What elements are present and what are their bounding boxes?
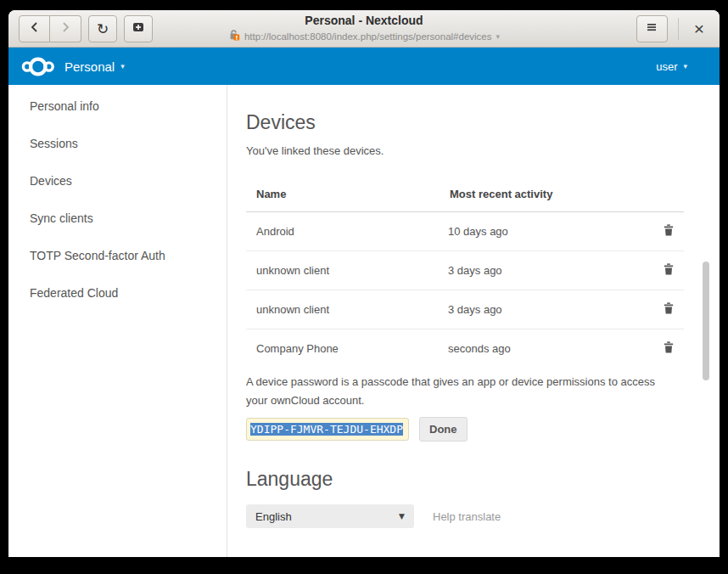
device-password-value: YDIPP-FJMVR-TEJDU-EHXDP [250, 423, 403, 436]
sidebar-item-devices[interactable]: Devices [8, 162, 227, 200]
device-activity: 10 days ago [440, 212, 628, 251]
device-name: unknown client [246, 251, 440, 290]
insecure-lock-icon [228, 29, 240, 44]
browser-window: ↻ Personal - Nextcloud [8, 10, 720, 557]
device-activity: seconds ago [440, 329, 628, 369]
user-menu-caret-icon: ▾ [683, 62, 687, 70]
table-row: unknown client 3 days ago [246, 251, 684, 290]
url-dropdown-caret-icon[interactable]: ▾ [496, 30, 501, 43]
table-row: Company Phone seconds ago [246, 329, 684, 369]
close-icon: × [694, 19, 704, 38]
back-button[interactable] [19, 15, 50, 42]
app-menu-caret-icon: ▾ [120, 62, 125, 70]
table-row: unknown client 3 days ago [246, 290, 684, 329]
new-tab-icon [132, 20, 145, 37]
sidebar-item-personal-info[interactable]: Personal info [8, 87, 227, 125]
language-selected-value: English [255, 510, 292, 523]
device-activity: 3 days ago [440, 251, 628, 290]
nextcloud-logo-icon[interactable] [20, 55, 56, 78]
reload-icon: ↻ [97, 20, 109, 37]
sidebar-item-federated-cloud[interactable]: Federated Cloud [8, 274, 227, 312]
titlebar-separator [678, 18, 679, 40]
close-button[interactable]: × [689, 20, 709, 37]
reload-button[interactable]: ↻ [88, 15, 117, 42]
app-menu[interactable]: Personal ▾ [64, 59, 125, 74]
user-menu-label: user [656, 60, 677, 73]
sidebar-item-sessions[interactable]: Sessions [8, 125, 227, 162]
language-row: English ▼ Help translate [246, 504, 720, 528]
column-header-activity: Most recent activity [440, 179, 628, 212]
done-button[interactable]: Done [419, 417, 468, 442]
trash-icon[interactable] [662, 223, 675, 239]
devices-table-header-row: Name Most recent activity [246, 179, 684, 212]
scrollbar-thumb[interactable] [703, 262, 709, 380]
settings-sidebar: Personal info Sessions Devices Sync clie… [8, 85, 227, 557]
trash-icon[interactable] [662, 340, 675, 357]
sidebar-item-totp[interactable]: TOTP Second-factor Auth [8, 237, 227, 274]
desktop-background: { "window": { "title": "Personal - Nextc… [0, 0, 728, 574]
device-password-row: YDIPP-FJMVR-TEJDU-EHXDP Done [246, 417, 720, 442]
device-name: Android [246, 212, 440, 251]
new-tab-button[interactable] [124, 15, 153, 42]
devices-table: Name Most recent activity Android 10 day… [246, 179, 684, 368]
titlebar-right-controls: × [636, 15, 709, 42]
device-password-hint: A device password is a passcode that giv… [246, 373, 675, 410]
hamburger-icon [646, 21, 658, 37]
language-heading: Language [246, 467, 720, 491]
forward-button[interactable] [50, 15, 81, 42]
nextcloud-header: Personal ▾ user ▾ [8, 48, 720, 85]
sidebar-item-sync-clients[interactable]: Sync clients [8, 200, 227, 237]
table-row: Android 10 days ago [246, 212, 684, 251]
language-select[interactable]: English ▼ [246, 504, 414, 528]
select-caret-icon: ▼ [399, 512, 405, 521]
nav-button-group [19, 15, 81, 42]
menu-button[interactable] [636, 15, 668, 42]
help-translate-link[interactable]: Help translate [433, 510, 501, 523]
url-text: http://localhost:8080/index.php/settings… [244, 30, 492, 43]
devices-subtitle: You've linked these devices. [246, 144, 720, 157]
app-menu-label: Personal [64, 59, 115, 74]
back-icon [29, 21, 41, 37]
column-header-actions [628, 179, 684, 212]
settings-main-panel: Devices You've linked these devices. Nam… [227, 85, 720, 557]
column-header-name: Name [246, 179, 440, 212]
trash-icon[interactable] [662, 301, 675, 318]
device-name: Company Phone [246, 329, 440, 369]
user-menu[interactable]: user ▾ [656, 60, 687, 73]
device-password-field[interactable]: YDIPP-FJMVR-TEJDU-EHXDP [246, 418, 409, 441]
trash-icon[interactable] [662, 262, 675, 279]
forward-icon [59, 21, 71, 37]
page-body: Personal info Sessions Devices Sync clie… [8, 85, 720, 557]
devices-heading: Devices [246, 110, 720, 134]
device-activity: 3 days ago [440, 290, 628, 329]
device-name: unknown client [246, 290, 440, 329]
browser-titlebar: ↻ Personal - Nextcloud [8, 10, 720, 48]
